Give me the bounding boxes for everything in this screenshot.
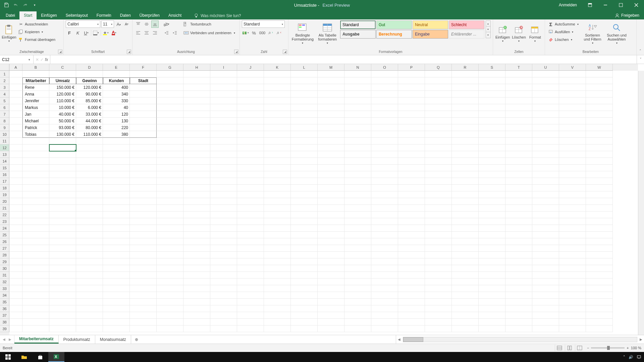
cell-G22[interactable] xyxy=(157,212,183,218)
tab-start[interactable]: Start xyxy=(19,11,37,19)
cell-T39[interactable] xyxy=(505,325,532,332)
cell-M37[interactable] xyxy=(318,312,344,319)
cell-N6[interactable] xyxy=(344,104,371,111)
cell-I18[interactable] xyxy=(210,185,237,191)
cell-E29[interactable] xyxy=(103,258,130,265)
cell-D23[interactable] xyxy=(76,218,103,225)
cell-C1[interactable] xyxy=(49,71,76,77)
row-header-21[interactable]: 21 xyxy=(0,205,9,212)
cell-B13[interactable] xyxy=(22,151,49,158)
cell-K33[interactable] xyxy=(264,285,291,292)
cell-S21[interactable] xyxy=(479,205,505,212)
cell-V32[interactable] xyxy=(559,279,586,285)
cell-N12[interactable] xyxy=(344,144,371,151)
cell-V38[interactable] xyxy=(559,319,586,325)
tray-up-icon[interactable]: ˄ xyxy=(623,355,625,359)
cell-R7[interactable] xyxy=(452,111,479,118)
col-header-A[interactable]: A xyxy=(9,64,22,71)
cell-R2[interactable] xyxy=(452,77,479,84)
cell-G34[interactable] xyxy=(157,292,183,299)
cell-E35[interactable] xyxy=(103,299,130,305)
cell-V23[interactable] xyxy=(559,218,586,225)
minimize-icon[interactable] xyxy=(598,0,613,10)
cell-J2[interactable] xyxy=(237,77,264,84)
cell-D22[interactable] xyxy=(76,212,103,218)
cell-B16[interactable] xyxy=(22,171,49,178)
cell-H10[interactable] xyxy=(183,131,210,138)
cell-E14[interactable] xyxy=(103,158,130,165)
cell-S10[interactable] xyxy=(479,131,505,138)
cell-U26[interactable] xyxy=(532,238,559,245)
cell-M20[interactable] xyxy=(318,198,344,205)
col-header-C[interactable]: C xyxy=(49,64,76,71)
tellme-search[interactable]: Was möchten Sie tun? xyxy=(191,12,244,19)
cell-V12[interactable] xyxy=(559,144,586,151)
cell-N31[interactable] xyxy=(344,272,371,279)
cell-U8[interactable] xyxy=(532,118,559,124)
cell-L15[interactable] xyxy=(291,165,318,171)
cell-C6[interactable]: 10.000 € xyxy=(49,104,76,111)
cell-C7[interactable]: 40.000 € xyxy=(49,111,76,118)
cell-E10[interactable]: 380 xyxy=(103,131,130,138)
cell-F8[interactable] xyxy=(130,118,157,124)
row-header-28[interactable]: 28 xyxy=(0,252,9,258)
cell-D8[interactable]: 44.000 € xyxy=(76,118,103,124)
row-header-32[interactable]: 32 xyxy=(0,279,9,285)
cell-N15[interactable] xyxy=(344,165,371,171)
cell-D18[interactable] xyxy=(76,185,103,191)
cell-T10[interactable] xyxy=(505,131,532,138)
cell-R15[interactable] xyxy=(452,165,479,171)
cell-K37[interactable] xyxy=(264,312,291,319)
cell-I25[interactable] xyxy=(210,232,237,238)
cell-W28[interactable] xyxy=(586,252,613,258)
cell-L11[interactable] xyxy=(291,138,318,144)
cell-M25[interactable] xyxy=(318,232,344,238)
cell-E31[interactable] xyxy=(103,272,130,279)
cell-W24[interactable] xyxy=(586,225,613,232)
cell-Q9[interactable] xyxy=(425,124,452,131)
cell-F34[interactable] xyxy=(130,292,157,299)
cell-L36[interactable] xyxy=(291,305,318,312)
cell-O16[interactable] xyxy=(371,171,398,178)
cell-L32[interactable] xyxy=(291,279,318,285)
cell-S9[interactable] xyxy=(479,124,505,131)
cell-Q25[interactable] xyxy=(425,232,452,238)
cell-P32[interactable] xyxy=(398,279,425,285)
cell-C27[interactable] xyxy=(49,245,76,252)
cell-T6[interactable] xyxy=(505,104,532,111)
cell-H2[interactable] xyxy=(183,77,210,84)
cell-A21[interactable] xyxy=(9,205,22,212)
cell-E23[interactable] xyxy=(103,218,130,225)
cell-N38[interactable] xyxy=(344,319,371,325)
cell-I8[interactable] xyxy=(210,118,237,124)
cell-O8[interactable] xyxy=(371,118,398,124)
cell-I16[interactable] xyxy=(210,171,237,178)
cell-P31[interactable] xyxy=(398,272,425,279)
cell-D28[interactable] xyxy=(76,252,103,258)
zoom-slider[interactable] xyxy=(591,347,625,349)
cell-N32[interactable] xyxy=(344,279,371,285)
cell-G3[interactable] xyxy=(157,84,183,91)
cell-A26[interactable] xyxy=(9,238,22,245)
cell-M6[interactable] xyxy=(318,104,344,111)
cell-C25[interactable] xyxy=(49,232,76,238)
row-header-11[interactable]: 11 xyxy=(0,138,9,144)
cell-K5[interactable] xyxy=(264,98,291,104)
cell-I36[interactable] xyxy=(210,305,237,312)
font-color-button[interactable]: A▾ xyxy=(110,29,118,37)
cell-H24[interactable] xyxy=(183,225,210,232)
cell-S19[interactable] xyxy=(479,191,505,198)
cell-A24[interactable] xyxy=(9,225,22,232)
cell-O3[interactable] xyxy=(371,84,398,91)
cell-R4[interactable] xyxy=(452,91,479,98)
cell-W21[interactable] xyxy=(586,205,613,212)
cell-H21[interactable] xyxy=(183,205,210,212)
cell-J23[interactable] xyxy=(237,218,264,225)
cell-B36[interactable] xyxy=(22,305,49,312)
cell-M28[interactable] xyxy=(318,252,344,258)
cell-U33[interactable] xyxy=(532,285,559,292)
col-header-T[interactable]: T xyxy=(505,64,532,71)
cell-P24[interactable] xyxy=(398,225,425,232)
row-header-23[interactable]: 23 xyxy=(0,218,9,225)
cell-F12[interactable] xyxy=(130,144,157,151)
